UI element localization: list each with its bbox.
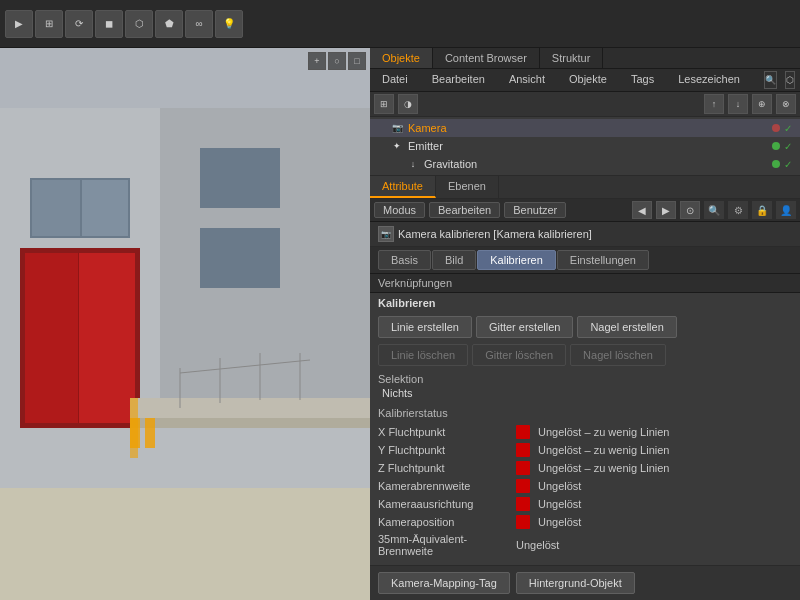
sec-icon-2[interactable]: ◑ (398, 94, 418, 114)
gitter-erstellen-btn[interactable]: Gitter erstellen (476, 316, 574, 338)
linie-erstellen-btn[interactable]: Linie erstellen (378, 316, 472, 338)
emitter-label: Emitter (408, 140, 768, 152)
menu-bearbeiten[interactable]: Bearbeiten (424, 71, 493, 89)
sub-tab-kalibrieren[interactable]: Kalibrieren (477, 250, 556, 270)
svg-rect-5 (25, 253, 79, 423)
attr-tab-attribute[interactable]: Attribute (370, 176, 436, 198)
sec-icon-1[interactable]: ⊞ (374, 94, 394, 114)
arrow-left-btn[interactable]: ◀ (632, 201, 652, 219)
tab-content-browser[interactable]: Content Browser (433, 48, 540, 68)
status-indicator-4 (516, 497, 530, 511)
object-tree: 📷 Kamera ✓ ✦ Emitter ✓ ↓ Gravitation ✓ (370, 117, 800, 176)
arrow-right-btn[interactable]: ▶ (656, 201, 676, 219)
status-indicator-5 (516, 515, 530, 529)
viewport: + ○ □ (0, 48, 370, 600)
menu-lesezeichen[interactable]: Lesezeichen (670, 71, 748, 89)
kamera-mapping-tag-btn[interactable]: Kamera-Mapping-Tag (378, 572, 510, 594)
sec-toolbar: ⊞ ◑ ↑ ↓ ⊕ ⊗ (370, 92, 800, 117)
sec-icon-nav1[interactable]: ↑ (704, 94, 724, 114)
emitter-check: ✓ (784, 141, 792, 152)
gitter-loeschen-btn[interactable]: Gitter löschen (472, 344, 566, 366)
sub-tab-basis[interactable]: Basis (378, 250, 431, 270)
linie-loeschen-btn[interactable]: Linie löschen (378, 344, 468, 366)
status-text-0: Ungelöst – zu wenig Linien (538, 426, 669, 438)
svg-rect-12 (200, 228, 280, 288)
nagel-loeschen-btn[interactable]: Nagel löschen (570, 344, 666, 366)
kamera-check: ✓ (784, 123, 792, 134)
viewport-btn-2[interactable]: ○ (328, 52, 346, 70)
tree-item-kamera[interactable]: 📷 Kamera ✓ (370, 119, 800, 137)
status-row-5: Kameraposition Ungelöst (378, 513, 792, 531)
status-indicator-1 (516, 443, 530, 457)
toolbar-icon-light[interactable]: 💡 (215, 10, 243, 38)
right-panel: Objekte Content Browser Struktur Datei B… (370, 48, 800, 600)
obj-header-title: Kamera kalibrieren [Kamera kalibrieren] (398, 228, 592, 240)
viewport-nav: + ○ □ (308, 52, 366, 70)
nagel-erstellen-btn[interactable]: Nagel erstellen (577, 316, 676, 338)
tab-objekte[interactable]: Objekte (370, 48, 433, 68)
sec-icon-nav3[interactable]: ⊕ (752, 94, 772, 114)
gravitation-check: ✓ (784, 159, 792, 170)
status-text-2: Ungelöst – zu wenig Linien (538, 462, 669, 474)
status-indicator-0 (516, 425, 530, 439)
tab-struktur[interactable]: Struktur (540, 48, 604, 68)
svg-rect-11 (200, 148, 280, 208)
sec-icon-nav2[interactable]: ↓ (728, 94, 748, 114)
expand-icon[interactable]: ⬡ (785, 71, 795, 89)
viewport-background (0, 48, 370, 600)
toolbar-icon-rotate[interactable]: ⟳ (65, 10, 93, 38)
status-label-3: Kamerabrennweite (378, 480, 508, 492)
viewport-btn-3[interactable]: □ (348, 52, 366, 70)
svg-rect-9 (82, 180, 128, 236)
user-icon[interactable]: 👤 (776, 201, 796, 219)
sub-tabs: Basis Bild Kalibrieren Einstellungen (370, 247, 800, 274)
emitter-dot (772, 142, 780, 150)
toolbar-icon-hex2[interactable]: ⬟ (155, 10, 183, 38)
attr-bearbeiten-btn[interactable]: Bearbeiten (429, 202, 500, 218)
svg-rect-21 (145, 418, 155, 448)
gravitation-dot (772, 160, 780, 168)
selektion-section: Selektion Nichts (370, 369, 800, 403)
content-area: + ○ □ Objekte Content Browser Struktur D… (0, 48, 800, 600)
gear-icon[interactable]: ⚙ (728, 201, 748, 219)
toolbar-icon-inf[interactable]: ∞ (185, 10, 213, 38)
sub-tab-einstellungen[interactable]: Einstellungen (557, 250, 649, 270)
toolbar-icon-hex1[interactable]: ⬡ (125, 10, 153, 38)
attr-toolbar: Modus Bearbeiten Benutzer ◀ ▶ ⊙ 🔍 ⚙ 🔒 👤 (370, 199, 800, 222)
target-btn[interactable]: ⊙ (680, 201, 700, 219)
attr-modus-btn[interactable]: Modus (374, 202, 425, 218)
lock-icon[interactable]: 🔒 (752, 201, 772, 219)
kamera-icon: 📷 (390, 121, 404, 135)
kalibrieren-btn-row-1: Linie erstellen Gitter erstellen Nagel e… (370, 313, 800, 341)
bottom-buttons: Kamera-Mapping-Tag Hintergrund-Objekt (370, 565, 800, 600)
hintergrund-objekt-btn[interactable]: Hintergrund-Objekt (516, 572, 635, 594)
menu-tags[interactable]: Tags (623, 71, 662, 89)
viewport-svg (0, 48, 370, 600)
status-label-4: Kameraausrichtung (378, 498, 508, 510)
search-attr-icon[interactable]: 🔍 (704, 201, 724, 219)
status-text-1: Ungelöst – zu wenig Linien (538, 444, 669, 456)
tree-item-gravitation[interactable]: ↓ Gravitation ✓ (370, 155, 800, 173)
status-label-6: 35mm-Äquivalent-Brennweite (378, 533, 508, 557)
menu-ansicht[interactable]: Ansicht (501, 71, 553, 89)
toolbar-icon-play[interactable]: ▶ (5, 10, 33, 38)
svg-rect-22 (130, 398, 138, 458)
attr-benutzer-btn[interactable]: Benutzer (504, 202, 566, 218)
app-root: ▶ ⊞ ⟳ ◼ ⬡ ⬟ ∞ 💡 (0, 0, 800, 600)
attr-tab-ebenen[interactable]: Ebenen (436, 176, 499, 198)
menu-objekte[interactable]: Objekte (561, 71, 615, 89)
sub-tab-bild[interactable]: Bild (432, 250, 476, 270)
status-label-5: Kameraposition (378, 516, 508, 528)
menu-datei[interactable]: Datei (374, 71, 416, 89)
kalibrieren-btn-row-2: Linie löschen Gitter löschen Nagel lösch… (370, 341, 800, 369)
toolbar-icon-cube[interactable]: ◼ (95, 10, 123, 38)
selektion-title: Selektion (378, 373, 792, 385)
tree-item-emitter[interactable]: ✦ Emitter ✓ (370, 137, 800, 155)
viewport-btn-1[interactable]: + (308, 52, 326, 70)
status-row-6: 35mm-Äquivalent-Brennweite Ungelöst (378, 531, 792, 559)
sec-icon-nav4[interactable]: ⊗ (776, 94, 796, 114)
toolbar-icon-box[interactable]: ⊞ (35, 10, 63, 38)
search-icon[interactable]: 🔍 (764, 71, 777, 89)
status-row-4: Kameraausrichtung Ungelöst (378, 495, 792, 513)
status-label-1: Y Fluchtpunkt (378, 444, 508, 456)
